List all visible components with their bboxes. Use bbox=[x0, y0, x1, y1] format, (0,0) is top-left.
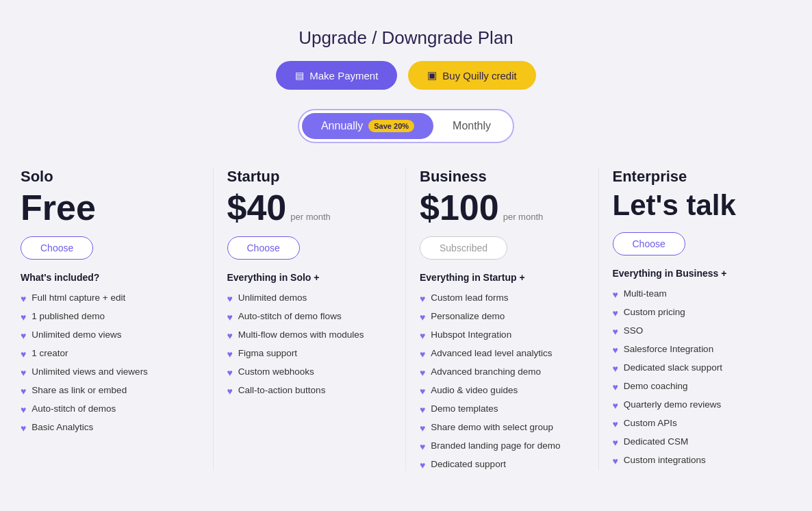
list-item: ♥Full html capture + edit bbox=[21, 292, 199, 304]
feature-text: Unlimited demo views bbox=[31, 329, 121, 340]
heart-icon: ♥ bbox=[21, 293, 26, 304]
plan-price-solo: Free bbox=[21, 190, 96, 225]
credit-icon: ▣ bbox=[427, 69, 437, 82]
feature-text: 1 published demo bbox=[31, 311, 105, 321]
feature-text: Personalize demo bbox=[431, 311, 505, 321]
buy-credit-button[interactable]: ▣ Buy Quilly credit bbox=[408, 61, 535, 90]
heart-icon: ♥ bbox=[420, 441, 425, 452]
heart-icon: ♥ bbox=[21, 367, 26, 378]
list-item: ♥Figma support bbox=[227, 348, 392, 360]
list-item: ♥Custom integrations bbox=[613, 455, 778, 466]
heart-icon: ♥ bbox=[613, 289, 618, 300]
list-item: ♥1 creator bbox=[21, 348, 199, 360]
heart-icon: ♥ bbox=[227, 312, 233, 323]
plan-btn-enterprise[interactable]: Choose bbox=[613, 232, 685, 256]
heart-icon: ♥ bbox=[613, 326, 618, 337]
heart-icon: ♥ bbox=[21, 349, 26, 360]
list-item: ♥Custom webhooks bbox=[227, 366, 392, 378]
toggle-annually[interactable]: Annually Save 20% bbox=[302, 113, 433, 139]
plan-price-row-startup: $40per month bbox=[227, 190, 392, 225]
monthly-label: Monthly bbox=[453, 120, 491, 132]
annually-label: Annually bbox=[321, 120, 363, 132]
plan-features-title-enterprise: Everything in Business + bbox=[613, 268, 778, 279]
plan-name-business: Business bbox=[420, 168, 585, 186]
feature-text: Share as link or embed bbox=[31, 385, 127, 395]
list-item: ♥SSO bbox=[613, 325, 778, 337]
list-item: ♥Advanced branching demo bbox=[420, 366, 585, 378]
list-item: ♥Dedicated CSM bbox=[613, 436, 778, 448]
heart-icon: ♥ bbox=[613, 437, 618, 448]
heart-icon: ♥ bbox=[227, 293, 233, 304]
feature-text: Unlimited demos bbox=[238, 292, 307, 303]
heart-icon: ♥ bbox=[613, 308, 618, 319]
save-badge: Save 20% bbox=[368, 120, 414, 132]
plans-grid: SoloFreeChooseWhat's included?♥Full html… bbox=[21, 168, 791, 471]
feature-list-enterprise: ♥Multi-team♥Custom pricing♥SSO♥Salesforc… bbox=[613, 288, 778, 466]
feature-text: Auto-stitch of demo flows bbox=[238, 311, 342, 321]
plan-price-startup: $40 bbox=[227, 190, 287, 225]
heart-icon: ♥ bbox=[613, 382, 618, 392]
heart-icon: ♥ bbox=[21, 386, 26, 397]
list-item: ♥Advanced lead level analytics bbox=[420, 348, 585, 360]
plan-features-title-business: Everything in Startup + bbox=[420, 272, 585, 283]
list-item: ♥Personalize demo bbox=[420, 311, 585, 323]
list-item: ♥Auto-stitch of demos bbox=[21, 403, 199, 415]
heart-icon: ♥ bbox=[420, 367, 425, 378]
billing-toggle: Annually Save 20% Monthly bbox=[21, 109, 791, 143]
heart-icon: ♥ bbox=[21, 404, 26, 415]
heart-icon: ♥ bbox=[21, 312, 26, 323]
list-item: ♥Audio & video guides bbox=[420, 385, 585, 397]
plan-features-title-solo: What's included? bbox=[21, 272, 199, 283]
heart-icon: ♥ bbox=[227, 349, 233, 360]
list-item: ♥Auto-stitch of demo flows bbox=[227, 311, 392, 323]
heart-icon: ♥ bbox=[420, 312, 425, 323]
feature-text: Custom integrations bbox=[624, 455, 706, 465]
toggle-monthly[interactable]: Monthly bbox=[433, 113, 510, 139]
heart-icon: ♥ bbox=[227, 386, 233, 397]
feature-text: Multi-team bbox=[624, 288, 667, 299]
feature-text: Audio & video guides bbox=[431, 385, 518, 395]
plan-btn-solo[interactable]: Choose bbox=[21, 236, 93, 260]
heart-icon: ♥ bbox=[613, 456, 618, 466]
list-item: ♥Call-to-action buttons bbox=[227, 385, 392, 397]
plan-name-solo: Solo bbox=[21, 168, 199, 186]
heart-icon: ♥ bbox=[420, 423, 425, 434]
feature-text: Demo templates bbox=[431, 403, 498, 414]
plan-col-startup: Startup$40per monthChooseEverything in S… bbox=[214, 168, 407, 471]
heart-icon: ♥ bbox=[420, 330, 425, 341]
feature-text: Branded landing page for demo bbox=[431, 440, 560, 451]
plan-col-business: Business$100per monthSubscribedEverythin… bbox=[406, 168, 599, 471]
plan-btn-startup[interactable]: Choose bbox=[227, 236, 300, 260]
list-item: ♥Hubspot Integration bbox=[420, 329, 585, 341]
heart-icon: ♥ bbox=[420, 404, 425, 415]
feature-text: Call-to-action buttons bbox=[238, 385, 326, 395]
heart-icon: ♥ bbox=[613, 345, 618, 356]
header-buttons: ▤ Make Payment ▣ Buy Quilly credit bbox=[21, 61, 791, 90]
list-item: ♥Dedicated support bbox=[420, 459, 585, 471]
feature-text: Advanced branching demo bbox=[431, 366, 541, 377]
list-item: ♥Share as link or embed bbox=[21, 385, 199, 397]
list-item: ♥Unlimited demo views bbox=[21, 329, 199, 341]
feature-text: Advanced lead level analytics bbox=[431, 348, 552, 358]
feature-text: Quarterly demo reviews bbox=[624, 399, 722, 410]
feature-text: Demo coaching bbox=[624, 381, 688, 391]
list-item: ♥Custom lead forms bbox=[420, 292, 585, 304]
heart-icon: ♥ bbox=[420, 293, 425, 304]
feature-text: SSO bbox=[624, 325, 644, 336]
plan-price-row-solo: Free bbox=[21, 190, 199, 225]
plan-price-enterprise: Let's talk bbox=[613, 190, 778, 221]
list-item: ♥Dedicated slack support bbox=[613, 362, 778, 374]
make-payment-button[interactable]: ▤ Make Payment bbox=[276, 61, 397, 90]
heart-icon: ♥ bbox=[21, 330, 26, 341]
feature-list-solo: ♥Full html capture + edit♥1 published de… bbox=[21, 292, 199, 434]
feature-text: Custom webhooks bbox=[238, 366, 314, 377]
list-item: ♥Multi-flow demos with modules bbox=[227, 329, 392, 341]
feature-list-business: ♥Custom lead forms♥Personalize demo♥Hubs… bbox=[420, 292, 585, 471]
heart-icon: ♥ bbox=[613, 419, 618, 429]
plan-col-enterprise: EnterpriseLet's talkChooseEverything in … bbox=[599, 168, 792, 471]
list-item: ♥Basic Analytics bbox=[21, 422, 199, 434]
list-item: ♥Custom APIs bbox=[613, 418, 778, 429]
heart-icon: ♥ bbox=[227, 367, 233, 378]
feature-text: Dedicated CSM bbox=[624, 436, 689, 447]
heart-icon: ♥ bbox=[420, 349, 425, 360]
